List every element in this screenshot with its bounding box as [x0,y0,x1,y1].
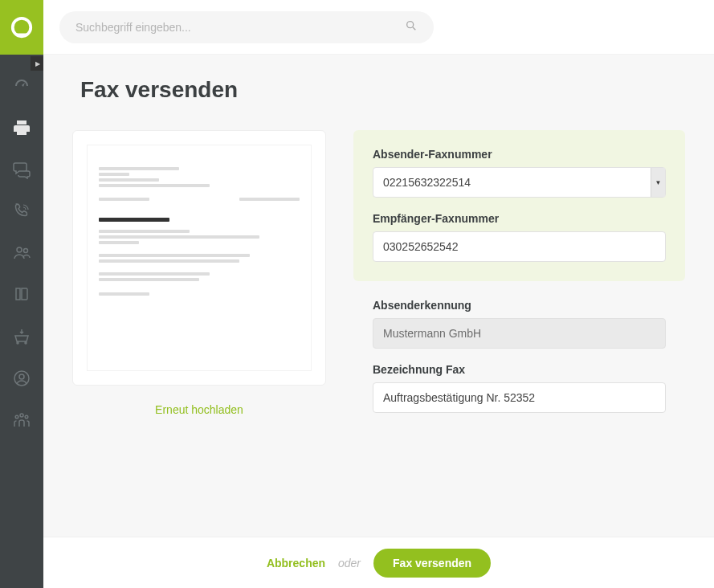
search-box[interactable] [59,11,434,43]
brand-icon [10,15,34,39]
nav-fax[interactable] [11,117,32,138]
fax-numbers-panel: Absender-Faxnummer 02215632322514 ▼ Empf… [353,130,685,281]
phone-icon [12,202,31,221]
svg-point-4 [19,374,24,379]
nav-account[interactable] [11,368,32,389]
gauge-icon [12,76,31,96]
preview-column: Erneut hochladen [72,130,326,434]
meta-panel: Absenderkennung Bezeichnung Fax [353,299,685,413]
content: Fax versenden [43,55,714,537]
nav-dashboard[interactable] [11,76,32,96]
fax-name-label: Bezeichnung Fax [373,363,666,376]
footer-separator: oder [338,557,361,570]
printer-icon [12,118,31,137]
search-input[interactable] [75,21,405,34]
nav-call[interactable] [11,201,32,222]
cart-download-icon [12,327,31,346]
cancel-button[interactable]: Abbrechen [267,557,325,570]
sender-id-input [373,318,666,349]
form-column: Absender-Faxnummer 02215632322514 ▼ Empf… [353,130,685,434]
sidebar: ▶ [0,0,43,588]
footer: Abbrechen oder Fax versenden [43,537,714,588]
brand-logo[interactable] [0,0,43,55]
sender-fax-label: Absender-Faxnummer [373,148,666,161]
nav-docs[interactable] [11,284,32,305]
main-row: Erneut hochladen Absender-Faxnummer 0221… [43,119,714,434]
search-icon [405,19,418,35]
sender-fax-select[interactable]: 02215632322514 ▼ [373,167,666,198]
page-title: Fax versenden [43,55,714,119]
submit-button[interactable]: Fax versenden [373,549,491,578]
svg-point-2 [24,249,28,253]
reupload-link[interactable]: Erneut hochladen [72,386,326,434]
chat-icon [12,160,31,179]
svg-point-8 [407,22,414,28]
fax-name-input[interactable] [373,382,666,413]
svg-point-7 [25,415,28,419]
recipient-fax-label: Empfänger-Faxnummer [373,212,666,225]
svg-point-1 [17,247,22,252]
users-icon [12,243,31,263]
sidebar-nav [0,76,43,431]
svg-point-6 [15,415,18,419]
group-icon [12,410,31,430]
sender-id-label: Absenderkennung [373,299,666,312]
book-icon [12,285,31,304]
nav-chat[interactable] [11,159,32,180]
header [43,0,714,55]
nav-shop[interactable] [11,326,32,347]
sender-fax-value: 02215632322514 [383,176,655,189]
nav-team[interactable] [11,410,32,431]
nav-contacts[interactable] [11,243,32,263]
document-preview[interactable] [72,130,326,386]
svg-point-5 [20,414,23,417]
dropdown-icon: ▼ [651,168,665,197]
recipient-fax-input[interactable] [373,231,666,262]
user-circle-icon [12,369,31,388]
document-page-thumbnail [88,145,311,370]
